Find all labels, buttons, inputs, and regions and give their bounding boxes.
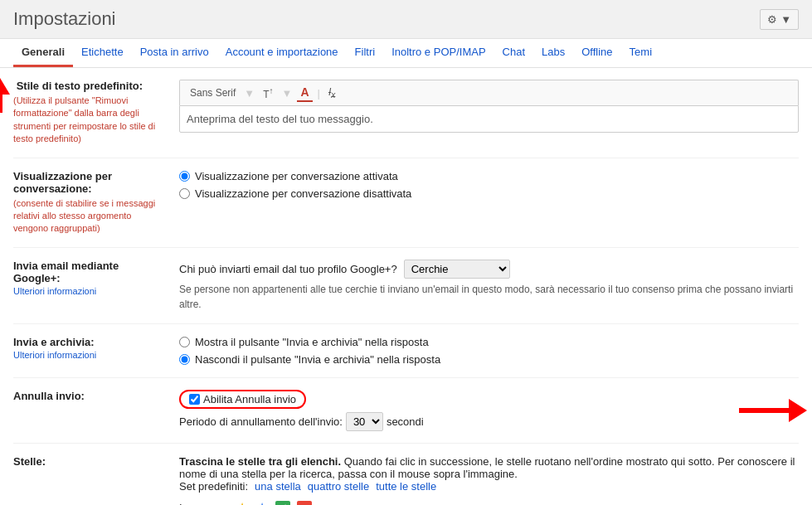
tab-posta-in-arrivo[interactable]: Posta in arrivo bbox=[132, 39, 217, 67]
undo-period-row: Periodo di annullamento dell'invio: 5 10… bbox=[179, 412, 799, 431]
tab-filtri[interactable]: Filtri bbox=[347, 39, 384, 67]
google-plus-info-link[interactable]: Ulteriori informazioni bbox=[13, 286, 166, 296]
preset-label: Set predefiniti: bbox=[179, 480, 248, 493]
invia-archivia-radio-group: Mostra il pulsante "Invia e archivia" ne… bbox=[179, 336, 799, 366]
badge-check-in-uso[interactable]: ✓ bbox=[275, 501, 290, 505]
visualizzazione-attivata-option[interactable]: Visualizzazione per conversazione attiva… bbox=[179, 170, 799, 182]
abilita-annulla-invio-option[interactable]: Abilita Annulla invio bbox=[179, 390, 799, 409]
tab-generali[interactable]: Generali bbox=[13, 39, 73, 67]
badge-exclaim-in-uso[interactable]: ! bbox=[297, 501, 312, 505]
seconds-label: secondi bbox=[387, 415, 424, 428]
visualizzazione-disattivata-option[interactable]: Visualizzazione per conversazione disatt… bbox=[179, 187, 799, 200]
visualizzazione-desc: (consente di stabilire se i messaggi rel… bbox=[13, 197, 166, 236]
nav-tabs: Generali Etichette Posta in arrivo Accou… bbox=[0, 39, 812, 68]
setting-row-stelle: Stelle: Trascina le stelle tra gli elenc… bbox=[13, 444, 799, 505]
visualizzazione-value: Visualizzazione per conversazione attiva… bbox=[179, 170, 799, 236]
in-uso-label: In uso: bbox=[179, 502, 229, 505]
star-blue-in-uso[interactable]: ★ bbox=[255, 499, 269, 505]
google-plus-dropdown[interactable]: Cerchie Chiunque Cerchie ampliate Solo t… bbox=[404, 260, 510, 279]
font-size-button[interactable]: T↑ bbox=[260, 85, 276, 102]
page-wrapper: Impostazioni ⚙ ▼ Generali Etichette Post… bbox=[0, 0, 812, 505]
period-label: Periodo di annullamento dell'invio: bbox=[179, 415, 343, 428]
visualizzazione-attivata-radio[interactable] bbox=[179, 171, 190, 182]
google-plus-value: Chi può inviarti email dal tuo profilo G… bbox=[179, 260, 799, 312]
gear-icon: ⚙ bbox=[767, 13, 777, 26]
font-family-selector[interactable]: Sans Serif bbox=[187, 85, 239, 100]
setting-row-visualizzazione: Visualizzazione per conversazione: (cons… bbox=[13, 158, 799, 248]
remove-format-button[interactable]: Ix bbox=[325, 85, 338, 101]
preset-quattro-stelle[interactable]: quattro stelle bbox=[308, 480, 369, 493]
tab-temi[interactable]: Temi bbox=[621, 39, 660, 67]
visualizzazione-radio-group: Visualizzazione per conversazione attiva… bbox=[179, 170, 799, 200]
in-uso-row: In uso: ★ ★ ✓ ! bbox=[179, 499, 799, 505]
tab-account-importazione[interactable]: Account e importazione bbox=[217, 39, 347, 67]
settings-content: Stile di testo predefinito: (Utilizza il… bbox=[0, 68, 812, 505]
header: Impostazioni ⚙ ▼ bbox=[0, 0, 812, 39]
stile-testo-label-col: Stile di testo predefinito: (Utilizza il… bbox=[13, 80, 179, 146]
invia-archivia-info-link[interactable]: Ulteriori informazioni bbox=[13, 350, 166, 360]
stile-testo-desc: (Utilizza il pulsante "Rimuovi formattaz… bbox=[13, 95, 166, 146]
visualizzazione-disattivata-label: Visualizzazione per conversazione disatt… bbox=[195, 187, 411, 200]
settings-gear-button[interactable]: ⚙ ▼ bbox=[760, 9, 799, 30]
tab-inoltro-pop-imap[interactable]: Inoltro e POP/IMAP bbox=[383, 39, 494, 67]
nascondi-invia-archivia-label: Nascondi il pulsante "Invia e archivia" … bbox=[195, 353, 440, 366]
tab-labs[interactable]: Labs bbox=[533, 39, 573, 67]
preset-tutte-stelle[interactable]: tutte le stelle bbox=[376, 480, 436, 493]
tab-chat[interactable]: Chat bbox=[494, 39, 533, 67]
google-plus-title: Invia email mediante Google+: bbox=[13, 260, 119, 284]
google-plus-desc: Se persone non appartenenti alle tue cer… bbox=[179, 282, 799, 312]
invia-archivia-value: Mostra il pulsante "Invia e archivia" ne… bbox=[179, 336, 799, 366]
stelle-desc-bold: Trascina le stelle tra gli elenchi. bbox=[179, 455, 341, 468]
annulla-invio-value: Abilita Annulla invio Periodo di annulla… bbox=[179, 390, 799, 431]
text-preview: Anteprima del testo del tuo messaggio. bbox=[179, 105, 799, 133]
mostra-invia-archivia-label: Mostra il pulsante "Invia e archivia" ne… bbox=[195, 336, 429, 348]
gear-dropdown-arrow: ▼ bbox=[780, 13, 791, 26]
stelle-desc: Trascina le stelle tra gli elenchi. Quan… bbox=[179, 455, 799, 480]
font-color-button[interactable]: A bbox=[297, 84, 312, 102]
setting-row-stile-testo: Stile di testo predefinito: (Utilizza il… bbox=[13, 68, 799, 158]
google-plus-label-col: Invia email mediante Google+: Ulteriori … bbox=[13, 260, 179, 312]
visualizzazione-title: Visualizzazione per conversazione: bbox=[13, 170, 112, 195]
visualizzazione-label-col: Visualizzazione per conversazione: (cons… bbox=[13, 170, 179, 236]
invia-archivia-label-col: Invia e archivia: Ulteriori informazioni bbox=[13, 336, 179, 366]
preset-una-stella[interactable]: una stella bbox=[255, 480, 301, 493]
invia-archivia-title: Invia e archivia: bbox=[13, 336, 95, 348]
mostra-invia-archivia-radio[interactable] bbox=[179, 337, 190, 347]
abilita-annulla-invio-checkbox[interactable] bbox=[189, 394, 200, 405]
tab-offline[interactable]: Offline bbox=[573, 39, 620, 67]
mostra-invia-archivia-option[interactable]: Mostra il pulsante "Invia e archivia" ne… bbox=[179, 336, 799, 348]
setting-row-google-plus: Invia email mediante Google+: Ulteriori … bbox=[13, 248, 799, 324]
annulla-invio-title: Annulla invio: bbox=[13, 390, 85, 402]
stelle-value: Trascina le stelle tra gli elenchi. Quan… bbox=[179, 455, 799, 505]
stelle-label-col: Stelle: bbox=[13, 455, 179, 505]
abilita-annulla-invio-label: Abilita Annulla invio bbox=[203, 393, 296, 405]
nascondi-invia-archivia-radio[interactable] bbox=[179, 354, 190, 365]
stars-presets: Set predefiniti: una stella quattro stel… bbox=[179, 480, 799, 493]
undo-highlight-box: Abilita Annulla invio bbox=[179, 390, 306, 409]
page-title: Impostazioni bbox=[13, 8, 116, 30]
setting-row-annulla-invio: Annulla invio: Abilita Annulla invio Per… bbox=[13, 378, 799, 444]
visualizzazione-attivata-label: Visualizzazione per conversazione attiva… bbox=[195, 170, 398, 182]
annulla-invio-label-col: Annulla invio: bbox=[13, 390, 179, 431]
tab-etichette[interactable]: Etichette bbox=[73, 39, 132, 67]
stile-testo-value: Sans Serif ▼ T↑ ▼ A | Ix Anteprima del t… bbox=[179, 80, 799, 146]
google-plus-question: Chi può inviarti email dal tuo profilo G… bbox=[179, 263, 397, 275]
text-style-toolbar: Sans Serif ▼ T↑ ▼ A | Ix bbox=[179, 80, 799, 105]
visualizzazione-disattivata-radio[interactable] bbox=[179, 188, 190, 199]
setting-row-invia-archivia: Invia e archivia: Ulteriori informazioni… bbox=[13, 324, 799, 378]
stile-testo-title: Stile di testo predefinito: bbox=[17, 80, 143, 92]
period-dropdown[interactable]: 5 10 20 30 bbox=[346, 412, 383, 431]
nascondi-invia-archivia-option[interactable]: Nascondi il pulsante "Invia e archivia" … bbox=[179, 353, 799, 366]
stelle-title: Stelle: bbox=[13, 455, 46, 468]
star-yellow-in-uso[interactable]: ★ bbox=[236, 499, 249, 505]
